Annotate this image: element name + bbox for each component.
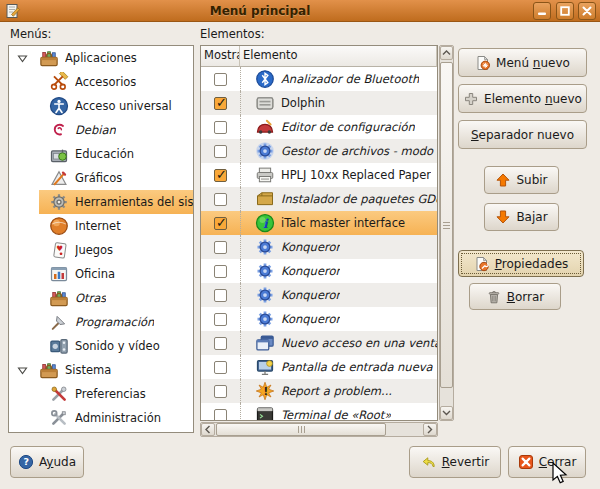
- minimize-button[interactable]: [533, 2, 551, 20]
- scroll-up-button[interactable]: [440, 46, 453, 60]
- tree-item-juegos[interactable]: ♥Juegos: [9, 238, 193, 262]
- scroll-right-button[interactable]: [423, 423, 437, 436]
- close-icon: [518, 454, 534, 470]
- new-item-button[interactable]: Elemento nuevo: [458, 84, 587, 113]
- menu-tree[interactable]: AplicacionesAccesoriosAcceso universalDe…: [8, 45, 194, 433]
- list-row-gestor-de-archivos-modo-superusuario[interactable]: Gestor de archivos - modo superusuario: [201, 139, 437, 163]
- show-checkbox[interactable]: [214, 193, 227, 206]
- close-window-button[interactable]: [578, 2, 596, 20]
- horizontal-scroll-thumb[interactable]: [216, 423, 386, 436]
- tree-item-graficos[interactable]: Gráficos: [9, 166, 193, 190]
- expander-open-icon[interactable]: [9, 365, 35, 376]
- close-label: Cerrar: [539, 455, 577, 469]
- list-row-pantalla-de-entrada-nueva[interactable]: Pantalla de entrada nueva: [201, 355, 437, 379]
- list-row-report-a-problem[interactable]: !Report a problem...: [201, 379, 437, 403]
- tree-item-content: ♥Juegos: [39, 238, 193, 262]
- list-row-terminal-de-root[interactable]: Terminal de «Root»: [201, 403, 437, 421]
- tree-item-acceso-universal[interactable]: Acceso universal: [9, 94, 193, 118]
- move-down-button[interactable]: Bajar: [484, 203, 559, 231]
- show-checkbox[interactable]: [214, 265, 227, 278]
- list-row-nuevo-acceso-en-una-ventana[interactable]: Nuevo acceso en una ventana: [201, 331, 437, 355]
- config-editor-icon: [255, 117, 275, 137]
- show-checkbox[interactable]: [214, 385, 227, 398]
- list-row-analizador-de-bluetooth[interactable]: Analizador de Bluetooth: [201, 67, 437, 91]
- show-checkbox[interactable]: [214, 121, 227, 134]
- preferences-icon: [49, 384, 69, 404]
- svg-text:!: !: [264, 386, 269, 397]
- tree-item-programacion[interactable]: Programación: [9, 310, 193, 334]
- warning-icon: !: [255, 381, 275, 401]
- list-row-instalador-de-paquetes-gdebi[interactable]: Instalador de paquetes GDebi: [201, 187, 437, 211]
- new-menu-button[interactable]: Menú nuevo: [458, 48, 587, 77]
- help-label: Ayuda: [39, 455, 76, 469]
- debian-icon: [49, 120, 69, 140]
- list-row-dolphin[interactable]: Dolphin: [201, 91, 437, 115]
- tree-item-herramientas-del-sistema[interactable]: Herramientas del sistema: [9, 190, 193, 214]
- show-checkbox[interactable]: [214, 337, 227, 350]
- tree-item-oficina[interactable]: Oficina: [9, 262, 193, 286]
- tree-item-sonido-y-video[interactable]: Sonido y vídeo: [9, 334, 193, 358]
- show-checkbox[interactable]: [214, 73, 227, 86]
- scroll-down-button[interactable]: [440, 406, 453, 420]
- properties-button[interactable]: Propiedades: [458, 250, 584, 277]
- elements-list[interactable]: Mostrar Elemento Analizador de Bluetooth…: [200, 45, 438, 421]
- tree-item-administracion[interactable]: Administración: [9, 406, 193, 430]
- list-row-konqueror[interactable]: Konqueror: [201, 259, 437, 283]
- list-row-italc-master-interface[interactable]: iiTalc master interface: [201, 211, 437, 235]
- show-checkbox[interactable]: [214, 313, 227, 326]
- tree-item-content: Programación: [39, 310, 193, 334]
- tree-item-aplicaciones[interactable]: Aplicaciones: [9, 46, 193, 70]
- show-checkbox[interactable]: [214, 217, 227, 230]
- show-checkbox-cell: [201, 187, 240, 211]
- element-cell: Pantalla de entrada nueva: [240, 355, 437, 379]
- show-checkbox[interactable]: [214, 241, 227, 254]
- scroll-left-button[interactable]: [201, 423, 215, 436]
- list-row-konqueror[interactable]: Konqueror: [201, 235, 437, 259]
- element-cell: Konqueror: [240, 259, 437, 283]
- system-tools-icon: [49, 192, 69, 212]
- italc-icon: i: [255, 213, 275, 233]
- show-checkbox-cell: [201, 235, 240, 259]
- maximize-button[interactable]: [556, 2, 574, 20]
- help-button[interactable]: ? Ayuda: [10, 446, 84, 478]
- show-checkbox[interactable]: [214, 361, 227, 374]
- list-row-editor-de-configuracion[interactable]: Editor de configuración: [201, 115, 437, 139]
- show-checkbox[interactable]: [214, 289, 227, 302]
- tree-item-accesorios[interactable]: Accesorios: [9, 70, 193, 94]
- tree-item-internet[interactable]: Internet: [9, 214, 193, 238]
- expander-open-icon[interactable]: [9, 53, 35, 64]
- window-icon: [255, 333, 275, 353]
- toolbox-icon: [49, 288, 69, 308]
- svg-text:?: ?: [23, 456, 29, 467]
- show-checkbox[interactable]: [214, 145, 227, 158]
- delete-button[interactable]: Borrar: [469, 283, 561, 310]
- tree-item-otras[interactable]: Otras: [9, 286, 193, 310]
- move-up-button[interactable]: Subir: [484, 166, 559, 194]
- programming-icon: [49, 312, 69, 332]
- revert-button[interactable]: Revertir: [409, 446, 501, 478]
- column-header-show[interactable]: Mostrar: [201, 46, 240, 67]
- list-row-konqueror[interactable]: Konqueror: [201, 283, 437, 307]
- element-label: Konqueror: [281, 312, 340, 326]
- close-button[interactable]: Cerrar: [508, 446, 586, 478]
- tree-item-preferencias[interactable]: Preferencias: [9, 382, 193, 406]
- show-checkbox[interactable]: [214, 169, 227, 182]
- tree-item-label: Acceso universal: [75, 99, 172, 113]
- tree-item-debian[interactable]: Debian: [9, 118, 193, 142]
- tree-item-educacion[interactable]: Educación: [9, 142, 193, 166]
- tree-item-label: Administración: [75, 411, 161, 425]
- vertical-scrollbar[interactable]: [439, 45, 454, 421]
- titlebar[interactable]: Menú principal: [0, 0, 600, 22]
- new-separator-button[interactable]: Separador nuevo: [458, 120, 587, 149]
- tree-item-label: Herramientas del sistema: [75, 195, 193, 209]
- show-checkbox[interactable]: [214, 409, 227, 422]
- vertical-scroll-thumb[interactable]: [440, 62, 453, 388]
- list-row-konqueror[interactable]: Konqueror: [201, 307, 437, 331]
- new-item-label: Elemento nuevo: [484, 92, 582, 106]
- show-checkbox[interactable]: [214, 97, 227, 110]
- list-row-hplj-10xx-replaced-paper[interactable]: HPLJ 10xx Replaced Paper: [201, 163, 437, 187]
- horizontal-scrollbar[interactable]: [200, 422, 438, 437]
- move-up-label: Subir: [516, 173, 547, 187]
- column-header-element[interactable]: Elemento: [240, 46, 437, 67]
- tree-item-sistema[interactable]: Sistema: [9, 358, 193, 382]
